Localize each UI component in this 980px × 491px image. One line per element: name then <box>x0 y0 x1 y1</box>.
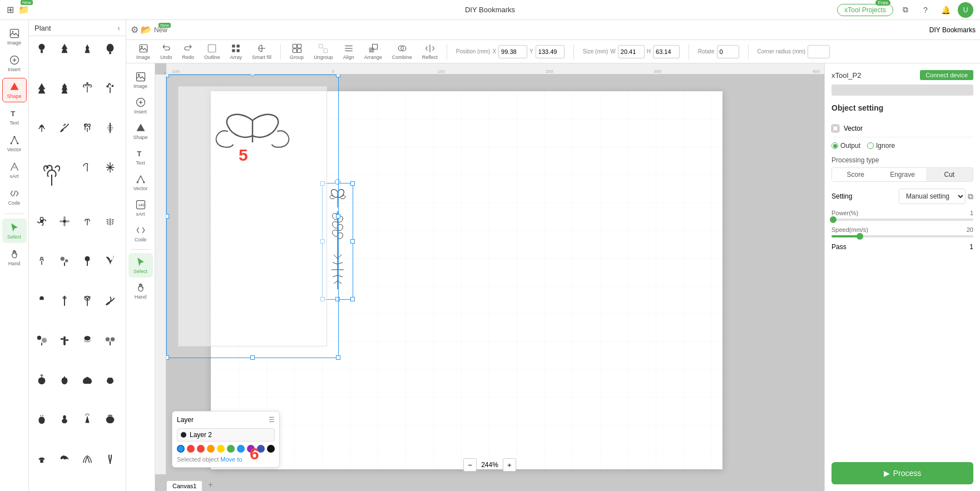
folder-icon-inner[interactable]: 📂 <box>141 24 152 35</box>
shape-bud2[interactable] <box>55 251 74 270</box>
reflect-btn[interactable]: Reflect <box>419 41 441 62</box>
speed-slider-track[interactable] <box>831 235 973 237</box>
ignore-radio[interactable]: Ignore <box>867 142 895 150</box>
pos-x-input[interactable] <box>498 45 527 58</box>
rotate-input[interactable] <box>717 45 739 58</box>
tool-image[interactable]: Image <box>2 24 27 49</box>
handle-bottom-left[interactable] <box>320 297 325 301</box>
tool-hand[interactable]: Hand <box>2 245 27 270</box>
shape-mushroom[interactable] <box>32 449 51 468</box>
tool-xart[interactable]: AI xArt <box>2 158 27 182</box>
align-btn[interactable]: Align <box>340 41 358 62</box>
sec-select[interactable]: Select <box>128 253 153 277</box>
color-dot-black[interactable] <box>267 445 275 453</box>
tool-code[interactable]: Code <box>2 185 27 209</box>
handle-mid-left[interactable] <box>320 239 325 244</box>
shape-stick1[interactable] <box>101 118 120 137</box>
shape-carrot[interactable] <box>78 410 97 429</box>
help-icon[interactable]: ? <box>918 2 933 18</box>
color-dot-yellow[interactable] <box>217 445 225 453</box>
white-canvas[interactable] <box>211 91 722 469</box>
vector-checkbox[interactable] <box>831 125 839 132</box>
canvas-area[interactable]: -100 0 100 200 300 400 <box>155 63 824 491</box>
shape-fruit2[interactable] <box>55 370 74 389</box>
shape-stem1[interactable] <box>32 291 51 310</box>
sec-xart[interactable]: xAI xArt <box>128 196 153 220</box>
shape-tree4[interactable] <box>101 39 120 58</box>
shape-branch2[interactable] <box>55 118 74 137</box>
process-button[interactable]: ▶ Process <box>831 462 973 484</box>
output-radio-btn[interactable] <box>831 142 838 149</box>
bookmark-selection[interactable] <box>322 183 353 300</box>
copy-icon[interactable]: ⧉ <box>898 2 913 18</box>
tool-vector[interactable]: Vector <box>2 131 27 156</box>
bell-icon[interactable]: 🔔 <box>938 2 953 18</box>
handle-bottom-right[interactable] <box>350 297 355 301</box>
color-dot-orange[interactable] <box>207 445 215 453</box>
color-dot-blue1[interactable] <box>177 445 185 453</box>
shape-fern1[interactable] <box>101 212 120 231</box>
size-w-input[interactable] <box>618 45 645 58</box>
color-dot-indigo[interactable] <box>257 445 265 453</box>
shape-pine2[interactable] <box>55 79 74 98</box>
shape-succulent[interactable] <box>78 331 97 350</box>
shape-fruit1[interactable] <box>32 370 51 389</box>
shape-pear[interactable] <box>55 410 74 429</box>
color-dot-red1[interactable] <box>187 445 195 453</box>
shape-misc1[interactable] <box>101 291 120 310</box>
color-dot-red2[interactable] <box>197 445 205 453</box>
ignore-radio-btn[interactable] <box>867 142 874 149</box>
shape-monstera-big[interactable] <box>32 158 71 191</box>
color-dot-blue2[interactable] <box>237 445 245 453</box>
outline-btn[interactable]: Outline <box>201 41 224 62</box>
sec-shape[interactable]: Shape <box>128 119 153 143</box>
score-btn[interactable]: Score <box>832 168 879 181</box>
array-btn[interactable]: Array <box>227 41 246 62</box>
image-toolbar-btn[interactable]: Image <box>133 41 154 62</box>
handle-top-right[interactable] <box>350 181 355 186</box>
sec-image[interactable]: Image <box>128 68 153 92</box>
shape-herb1[interactable] <box>78 212 97 231</box>
power-slider-thumb[interactable] <box>830 216 837 223</box>
grid-icon[interactable]: ⊞ <box>7 4 14 15</box>
handle-mid-right[interactable] <box>350 239 355 244</box>
layer-menu-icon[interactable]: ☰ <box>269 416 275 424</box>
shape-palm1[interactable] <box>78 79 97 98</box>
output-radio[interactable]: Output <box>831 142 860 150</box>
tool-shape[interactable]: Shape <box>2 78 27 102</box>
shape-lemon[interactable] <box>101 410 120 429</box>
shape-fruit3[interactable] <box>78 370 97 389</box>
shape-branch1[interactable] <box>32 118 51 137</box>
size-h-input[interactable] <box>653 45 680 58</box>
shape-fruit4[interactable] <box>101 370 120 389</box>
tool-insert[interactable]: Insert <box>2 51 27 76</box>
shape-tree3[interactable] <box>78 39 97 58</box>
cut-btn[interactable]: Cut <box>926 168 973 181</box>
shape-leaf2[interactable] <box>101 251 120 270</box>
shape-palm2[interactable] <box>101 79 120 98</box>
speed-slider-thumb[interactable] <box>857 233 863 240</box>
shape-bud1[interactable] <box>32 251 51 270</box>
shape-seaweed[interactable] <box>101 449 120 468</box>
shape-grass[interactable] <box>78 449 97 468</box>
sec-code[interactable]: Code <box>128 221 153 246</box>
redo-btn[interactable]: Redo <box>179 41 198 62</box>
power-slider-track[interactable] <box>831 219 973 221</box>
handle-top-left[interactable] <box>320 181 325 186</box>
add-canvas-btn[interactable]: + <box>205 479 216 491</box>
connect-device-btn[interactable]: Connect device <box>920 70 973 80</box>
tool-select[interactable]: Select <box>2 219 27 243</box>
shape-monstera[interactable] <box>78 118 97 137</box>
shape-spiky1[interactable] <box>101 158 120 177</box>
ungroup-btn[interactable]: Ungroup <box>310 41 336 62</box>
shape-pumpkin[interactable] <box>32 410 51 429</box>
handle-top-center[interactable] <box>335 179 340 185</box>
arrange-btn[interactable]: Arrange <box>361 41 385 62</box>
zoom-minus-btn[interactable]: − <box>463 458 477 472</box>
color-dot-purple[interactable] <box>247 445 255 453</box>
shape-bud3[interactable] <box>78 251 97 270</box>
layer-item[interactable]: Layer 2 <box>177 428 275 442</box>
canvas-tab-1[interactable]: Canvas1 <box>166 480 202 491</box>
shape-stem2[interactable] <box>55 291 74 310</box>
shape-cactus[interactable] <box>55 331 74 350</box>
